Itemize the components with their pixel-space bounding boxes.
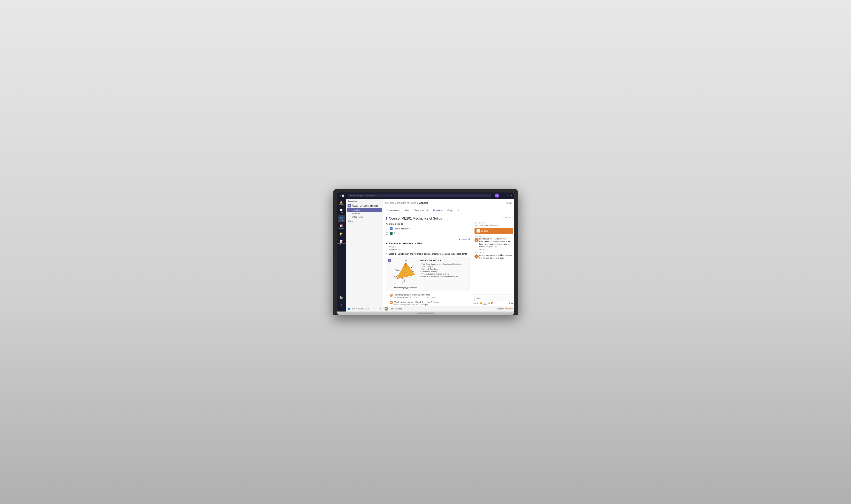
format-button[interactable]: A — [474, 302, 476, 304]
team-name-ref: ME201: Mechanics of Solids — [385, 201, 416, 204]
search-bar — [348, 194, 491, 197]
gif-button[interactable]: GIF — [483, 302, 487, 305]
reading-item-0[interactable]: 📖 Read Mechanics of Materials (Hibbeler)… — [386, 292, 470, 300]
settings-icon[interactable]: ⚙ — [379, 308, 381, 310]
statics-list: Free Body Diagrams and Equations of Equi… — [420, 263, 468, 278]
tab-files[interactable]: Files — [402, 208, 411, 213]
tab-class-notebook[interactable]: Class Notebook — [412, 208, 431, 213]
sidebar-item-store[interactable]: 🏪 — [338, 294, 345, 301]
tab-moodle[interactable]: Moodle ∨ — [431, 208, 445, 213]
channel-item-general[interactable]: General — [347, 208, 382, 212]
msg-bubble-3: ME201: Mechanics of Solids -- Problem Se… — [480, 254, 513, 259]
check-box-g1[interactable] — [386, 232, 388, 235]
sidebar-item-calendar[interactable]: 📅 Meetings — [338, 223, 345, 230]
sidebar-icons: 🔔 Activity 💬 Chat 👥 Teams 📅 Meetings — [337, 199, 346, 311]
sidebar-item-help[interactable]: ❓ — [338, 302, 345, 309]
laptop-base — [337, 311, 514, 315]
channel-ellipsis[interactable]: ··· — [429, 201, 431, 204]
channel-item-midterms[interactable]: Midterms — [346, 212, 383, 215]
section-preliminaries[interactable]: ▶ Preliminaries - Get started in ME201 — [386, 241, 470, 246]
popup-icon[interactable]: ⬜ — [342, 195, 344, 197]
svg-text:dA₂: dA₂ — [393, 276, 395, 277]
chevron-right-icon: ▶ — [386, 242, 387, 245]
check-box-reading1[interactable] — [386, 301, 388, 303]
chat-toolbar-refresh[interactable]: ↺ — [505, 216, 507, 219]
expand-all-button[interactable]: ▶ Expand all — [386, 238, 470, 240]
check-box-syllabus[interactable] — [386, 228, 388, 230]
msg-see-more-2[interactable]: See more — [480, 248, 513, 250]
moodle-card[interactable]: m Moodle — [474, 228, 513, 234]
more-label: More — [346, 219, 383, 223]
sidebar-item-files[interactable]: 📁 Files — [338, 231, 345, 238]
team-item-me201[interactable]: M ME201: Mechanics of Solids ··· — [346, 203, 383, 208]
nav-back-button[interactable]: ‹ — [338, 194, 339, 197]
chat-toolbar-expand[interactable]: ⤢ — [502, 216, 504, 219]
progress-item-syllabus[interactable]: W Course Syllabus ↗ — [386, 226, 470, 231]
chat-toolbar: ⤢ ↺ ⊠ ··· — [473, 214, 514, 221]
chat-toolbar-more[interactable]: ··· — [511, 216, 513, 219]
statics-info: REVIEW OF STATICS Free Body Diagrams and… — [420, 259, 468, 289]
bottom-username: Hank Felicidad — [390, 308, 402, 310]
teams-footer: 👥 Join or create a team ⚙ — [346, 306, 383, 311]
emoji-button[interactable]: 😊 — [480, 302, 482, 304]
sidebar-item-activity[interactable]: 🔔 Activity — [338, 199, 345, 207]
tab-flipgrid[interactable]: Flipgrid — [445, 208, 456, 213]
check-box-reading0[interactable] — [386, 294, 388, 296]
tab-add-button[interactable]: + — [457, 209, 460, 213]
sidebar-item-chat[interactable]: 💬 Chat — [338, 207, 345, 215]
svg-text:dA: dA — [404, 270, 405, 271]
g1-link-icon[interactable]: ↗ — [398, 232, 399, 234]
reading-icon-1: 📖 — [390, 301, 393, 304]
delete-button[interactable]: 🗑 — [508, 302, 511, 304]
svg-text:-τ⁽ᵉ¹⁾: -τ⁽ᵉ¹⁾ — [394, 269, 397, 270]
chevron-down-icon: ▼ — [386, 253, 388, 255]
external-link-icon[interactable]: ↗ — [410, 228, 412, 230]
reading-0-content: Read Mechanics of Materials (Hibbeler) S… — [394, 294, 438, 299]
section-week1[interactable]: ▼ Week 1 - Equilibrium of deformable bod… — [386, 252, 470, 256]
close-button[interactable]: ✕ — [510, 195, 513, 197]
nav-forward-button[interactable]: › — [340, 194, 341, 197]
svg-text:x₁: x₁ — [394, 282, 395, 284]
join-icon: 👥 — [348, 307, 351, 310]
chat-message-0: 10/24 1:40 PM Tab conversation has begun… — [474, 222, 513, 226]
team-more-button[interactable]: ··· — [379, 205, 381, 207]
channel-private-label: Private — [506, 202, 512, 204]
progress-item-g1[interactable]: X G1 ↗ — [386, 231, 470, 236]
user-avatar[interactable]: HF — [495, 194, 499, 198]
reply-input[interactable] — [474, 296, 513, 301]
bottom-bar: HF Hank Felicidad Feedback moodle — [383, 306, 514, 311]
reading-0-sub: Sections to cover: Ch. 1.2, 1.3, 1.5, 3.… — [394, 296, 438, 299]
moodle-card-label: Moodle — [481, 230, 488, 232]
section-meta-progress: Progress: 1 / 2 — [386, 249, 470, 251]
feedback-button[interactable]: Feedback — [496, 308, 504, 310]
msg-timestamp-3: 10/24 2:58 PM — [474, 252, 513, 254]
team-name: ME201: Mechanics of Solids — [352, 205, 378, 207]
maximize-button[interactable]: □ — [505, 195, 508, 197]
laptop-screen: ‹ › ⬜ HF — □ ✕ 🔔 — [337, 193, 514, 311]
sticker-button[interactable]: ⊞ — [488, 302, 490, 304]
schedule-button[interactable]: 📅 — [490, 302, 493, 304]
msg-avatar-3: M — [474, 254, 479, 258]
checkbox-statics[interactable] — [388, 259, 391, 262]
sidebar-more[interactable]: ··· — [340, 246, 342, 250]
channel-title: ME201: Mechanics of Solids › General ··· — [385, 201, 506, 204]
search-input[interactable] — [348, 194, 491, 197]
reply-area: A 📎 😊 GIF ⊞ 📅 🗑 ▶ — [473, 294, 514, 306]
send-button[interactable]: ▶ — [511, 302, 513, 304]
tab-conversations[interactable]: Conversations — [384, 208, 402, 213]
svg-text:x₂: x₂ — [416, 272, 417, 273]
chat-message-1: m Moodle — [474, 228, 513, 234]
progress-section: Your progress i W Course Syllabus ↗ — [386, 223, 470, 236]
reading-item-1[interactable]: 📖 Watch the live stream of Week 1 Lectur… — [386, 300, 470, 306]
svg-text:-τ⁽ᵉ¹⁾: -τ⁽ᵉ¹⁾ — [411, 266, 414, 267]
channel-item-office-hours[interactable]: Office Hours — [346, 215, 383, 219]
join-label[interactable]: Join or create a team — [352, 308, 369, 310]
msg-avatar-2: M — [474, 238, 479, 242]
chat-toolbar-share[interactable]: ⊠ — [508, 216, 509, 219]
split-view: Course: ME201 Mechanics of Solids Your p… — [383, 214, 514, 306]
sidebar-item-teams[interactable]: 👥 Teams — [338, 215, 345, 222]
msg-with-avatar-2: M Hey ME201: Mechanics of Solids -- I ha… — [474, 238, 513, 250]
minimize-button[interactable]: — — [501, 195, 504, 197]
sidebar-item-assignments[interactable]: 📝 Assignments — [338, 238, 345, 246]
attach-button[interactable]: 📎 — [476, 302, 479, 304]
